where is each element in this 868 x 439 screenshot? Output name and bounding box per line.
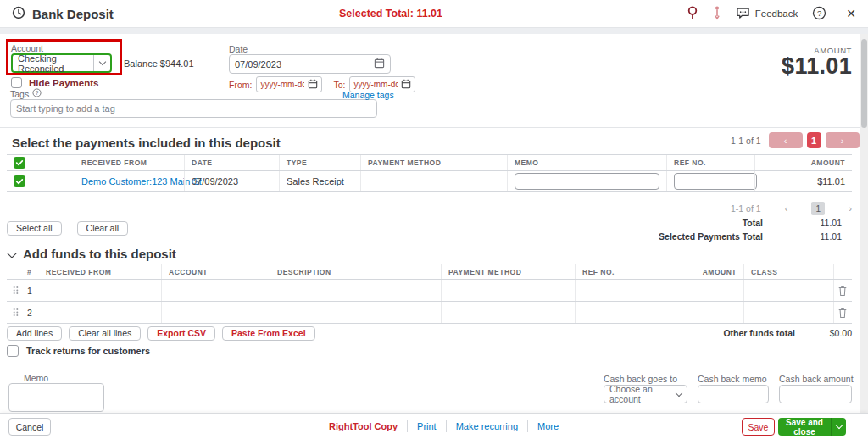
divider — [407, 420, 408, 432]
ref-no-cell[interactable] — [575, 302, 670, 323]
memo-textarea[interactable] — [8, 383, 104, 412]
select-all-checkbox-header — [7, 155, 75, 170]
chevron-left-icon: ‹ — [784, 136, 787, 146]
payment-method-cell[interactable] — [441, 280, 575, 301]
chevron-right-icon[interactable]: › — [849, 203, 852, 214]
drag-handle-cell[interactable] — [7, 302, 27, 323]
drag-handle-cell[interactable] — [7, 280, 27, 301]
save-and-close-button[interactable]: Save and close — [778, 418, 831, 436]
clear-all-lines-button[interactable]: Clear all lines — [69, 326, 141, 341]
date-value: 07/09/2023 — [235, 59, 374, 69]
memo-cell — [507, 171, 666, 191]
cash-back-account-select[interactable]: Choose an account — [604, 385, 687, 403]
other-funds-total-value: $0.00 — [795, 328, 852, 338]
account-cell[interactable] — [161, 280, 270, 301]
add-funds-buttons: Add lines Clear all lines Export CSV Pas… — [7, 326, 315, 341]
feedback-button[interactable]: Feedback — [736, 7, 798, 21]
col-class: CLASS — [743, 264, 833, 279]
help-icon[interactable]: ? — [812, 6, 826, 22]
hide-payments-label: Hide Payments — [29, 78, 98, 88]
amount-cell: $11.01 — [754, 171, 852, 191]
cancel-button[interactable]: Cancel — [8, 418, 51, 436]
tags-label-row: Tags ? — [10, 88, 42, 99]
track-returns-checkbox[interactable] — [7, 345, 19, 357]
clear-all-button[interactable]: Clear all — [77, 221, 129, 236]
description-cell[interactable] — [270, 302, 441, 323]
pagination-range: 1-1 of 1 — [731, 203, 761, 214]
recent-transactions-icon[interactable] — [12, 6, 25, 21]
current-page-button[interactable]: 1 — [807, 132, 821, 148]
save-options-chevron-button[interactable] — [831, 418, 846, 436]
payments-table: RECEIVED FROM DATE TYPE PAYMENT METHOD M… — [7, 154, 852, 192]
other-funds-total: Other funds total $0.00 — [636, 326, 852, 340]
from-date-field[interactable] — [256, 76, 322, 92]
scrollbar-thumb[interactable] — [861, 39, 867, 128]
description-cell[interactable] — [270, 280, 441, 301]
add-lines-button[interactable]: Add lines — [7, 326, 62, 341]
ref-no-cell[interactable] — [575, 280, 670, 301]
cash-back-amount-input[interactable] — [779, 385, 852, 403]
amount-cell[interactable] — [670, 302, 743, 323]
memo-input[interactable] — [515, 173, 659, 190]
make-recurring-link[interactable]: Make recurring — [456, 421, 518, 431]
delete-cell[interactable] — [833, 280, 852, 301]
col-memo: MEMO — [507, 155, 666, 170]
save-button[interactable]: Save — [742, 418, 775, 436]
from-date-input[interactable] — [260, 80, 304, 89]
hide-payments-control: Hide Payments — [11, 77, 98, 88]
cash-back-memo-input[interactable] — [698, 385, 769, 403]
export-csv-button[interactable]: Export CSV — [147, 326, 215, 341]
drag-handle-header — [7, 264, 27, 279]
calendar-icon[interactable] — [308, 79, 318, 91]
collapse-chevron-icon[interactable] — [7, 248, 16, 258]
payments-pagination: 1-1 of 1 ‹ 1 › — [731, 132, 860, 148]
chevron-down-icon[interactable] — [670, 386, 687, 403]
account-select[interactable]: Checking Reconciled — [11, 53, 112, 73]
manage-tags-link[interactable]: Manage tags — [342, 90, 394, 100]
add-funds-table-header: # RECEIVED FROM ACCOUNT DESCRIPTION PAYM… — [7, 264, 852, 280]
next-page-button[interactable]: › — [826, 132, 860, 148]
tooltip-icon[interactable]: ? — [32, 88, 42, 99]
more-link[interactable]: More — [537, 421, 559, 431]
checkbox-checked-icon[interactable] — [14, 175, 25, 187]
scrollbar[interactable] — [860, 34, 868, 413]
payments-totals: Total 11.01 Selected Payments Total 11.0… — [636, 216, 842, 243]
received-from-cell[interactable] — [39, 280, 161, 301]
class-cell[interactable] — [743, 280, 833, 301]
class-cell[interactable] — [743, 302, 833, 323]
current-page-indicator[interactable]: 1 — [811, 202, 825, 215]
ref-no-input[interactable] — [674, 173, 757, 190]
checkbox-checked-icon[interactable] — [14, 157, 25, 169]
section-divider — [0, 127, 868, 128]
add-funds-table: # RECEIVED FROM ACCOUNT DESCRIPTION PAYM… — [7, 264, 852, 324]
date-input[interactable]: 07/09/2023 — [229, 54, 391, 74]
pin-outline-icon[interactable] — [687, 6, 698, 22]
calendar-icon[interactable] — [401, 79, 411, 91]
ref-no-cell — [666, 171, 754, 191]
print-link[interactable]: Print — [417, 421, 437, 431]
calendar-icon[interactable] — [374, 58, 385, 70]
delete-cell[interactable] — [833, 302, 852, 323]
date-cell: 07/09/2023 — [184, 171, 279, 191]
chevron-left-icon[interactable]: ‹ — [785, 203, 788, 214]
account-label: Account — [11, 43, 43, 53]
account-cell[interactable] — [161, 302, 270, 323]
select-all-button[interactable]: Select all — [7, 221, 62, 236]
add-funds-row: 2 — [7, 302, 852, 324]
paste-from-excel-button[interactable]: Paste From Excel — [222, 326, 315, 341]
hide-payments-checkbox[interactable] — [11, 77, 22, 88]
payment-method-cell[interactable] — [441, 302, 575, 323]
drag-handle-icon — [12, 307, 19, 318]
save-actions: Save Save and close — [742, 418, 846, 436]
add-funds-header[interactable]: Add funds to this deposit — [8, 247, 176, 261]
prev-page-button[interactable]: ‹ — [769, 132, 803, 148]
to-date-input[interactable] — [353, 80, 398, 89]
pin-drop-icon[interactable] — [713, 6, 721, 22]
chevron-down-icon[interactable] — [93, 55, 110, 71]
close-icon[interactable]: ✕ — [846, 7, 856, 20]
received-from-cell[interactable] — [39, 302, 161, 323]
tags-input[interactable] — [10, 99, 377, 118]
righttool-copy-link[interactable]: RightTool Copy — [329, 421, 398, 431]
amount-cell[interactable] — [670, 280, 743, 301]
trash-icon — [837, 307, 848, 319]
